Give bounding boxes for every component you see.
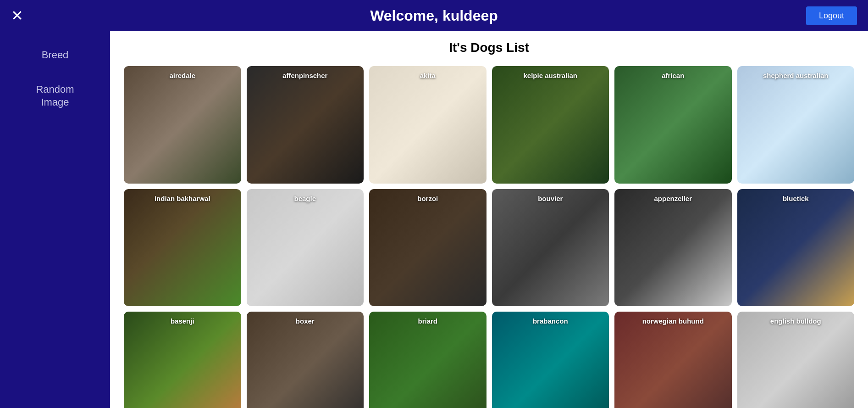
dog-card[interactable]: bouvier	[492, 189, 609, 307]
content-area: It's Dogs List airedaleaffenpinscherakit…	[110, 31, 868, 408]
dog-card-label: bouvier	[492, 195, 609, 202]
dog-card[interactable]: beagle	[247, 189, 364, 307]
dog-card[interactable]: english bulldog	[737, 312, 855, 408]
dog-card-label: kelpie australian	[492, 72, 609, 79]
dog-card-label: norwegian buhund	[614, 317, 732, 325]
dog-card[interactable]: african	[614, 66, 732, 184]
dog-card[interactable]: norwegian buhund	[614, 312, 732, 408]
logout-button[interactable]: Logout	[806, 6, 857, 25]
close-button[interactable]: ✕	[11, 8, 23, 23]
dog-card-label: boxer	[247, 317, 364, 325]
sidebar: Breed RandomImage	[0, 31, 110, 408]
header: ✕ Welcome, kuldeep Logout	[0, 0, 868, 31]
dog-card-label: shepherd australian	[737, 72, 855, 79]
main-layout: Breed RandomImage It's Dogs List airedal…	[0, 31, 868, 408]
dog-card[interactable]: brabancon	[492, 312, 609, 408]
dog-card-label: briard	[369, 317, 487, 325]
dog-card[interactable]: briard	[369, 312, 487, 408]
dog-card[interactable]: borzoi	[369, 189, 487, 307]
dog-card[interactable]: affenpinscher	[247, 66, 364, 184]
dog-card-label: bluetick	[737, 195, 855, 202]
dog-card[interactable]: akita	[369, 66, 487, 184]
dog-card-label: english bulldog	[737, 317, 855, 325]
dog-card[interactable]: appenzeller	[614, 189, 732, 307]
dog-card[interactable]: bluetick	[737, 189, 855, 307]
dog-card[interactable]: shepherd australian	[737, 66, 855, 184]
dog-card-label: indian bakharwal	[124, 195, 241, 202]
page-title: It's Dogs List	[124, 40, 854, 55]
sidebar-item-random-image[interactable]: RandomImage	[27, 79, 83, 113]
header-title: Welcome, kuldeep	[370, 7, 498, 24]
dog-card[interactable]: boxer	[247, 312, 364, 408]
dog-card[interactable]: airedale	[124, 66, 241, 184]
dog-card-label: brabancon	[492, 317, 609, 325]
dog-card-label: african	[614, 72, 732, 79]
dog-card-label: appenzeller	[614, 195, 732, 202]
dog-card-label: affenpinscher	[247, 72, 364, 79]
dog-card-label: airedale	[124, 72, 241, 79]
dog-card[interactable]: indian bakharwal	[124, 189, 241, 307]
dog-card[interactable]: kelpie australian	[492, 66, 609, 184]
dog-card-label: basenji	[124, 317, 241, 325]
sidebar-item-breed[interactable]: Breed	[33, 45, 78, 66]
dog-card[interactable]: basenji	[124, 312, 241, 408]
dog-card-label: beagle	[247, 195, 364, 202]
dog-card-label: borzoi	[369, 195, 487, 202]
dog-grid: airedaleaffenpinscherakitakelpie austral…	[124, 66, 854, 408]
dog-card-label: akita	[369, 72, 487, 79]
